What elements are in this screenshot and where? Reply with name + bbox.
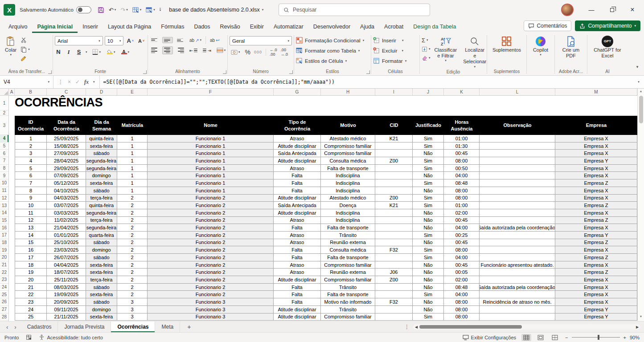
table-cell[interactable]: 26/07/2025 — [47, 254, 86, 261]
merge-center-button[interactable]: ▾ — [215, 47, 227, 54]
table-cell[interactable]: 08:00 — [444, 314, 480, 321]
align-middle-button[interactable] — [162, 37, 173, 44]
table-cell[interactable]: 19 — [15, 269, 47, 276]
create-pdf-button[interactable]: Crie um PDF — [557, 34, 585, 59]
table-cell[interactable]: Sim — [413, 232, 444, 239]
table-cell[interactable]: Falta — [274, 224, 321, 232]
table-cell[interactable]: quinta-feira — [86, 202, 117, 209]
sheet-tab-meta[interactable]: Meta — [155, 322, 180, 332]
ribbon-tab-arquivo[interactable]: Arquivo — [4, 21, 32, 33]
table-cell[interactable]: Reunião externa — [321, 269, 375, 276]
quick-table-format-icon[interactable]: ▾ — [146, 7, 155, 13]
table-cell[interactable]: Saída Antecipada — [274, 202, 321, 209]
table-cell[interactable]: segunda-feira — [86, 157, 117, 165]
table-cell[interactable]: Não — [413, 224, 444, 232]
table-cell[interactable]: Indisciplina — [321, 172, 375, 179]
row-header-28[interactable]: 28 — [0, 314, 8, 321]
table-cell[interactable]: Falta — [274, 246, 321, 254]
table-cell[interactable]: 1 — [117, 187, 148, 195]
autosum-button[interactable]: Σ▾ — [422, 36, 431, 44]
table-cell[interactable]: Compromisso familiar — [321, 276, 375, 284]
table-cell[interactable]: sábado — [86, 150, 117, 157]
table-cell[interactable]: 08:00 — [444, 246, 480, 254]
table-cell[interactable]: Funcionario 2 — [148, 246, 274, 254]
table-cell[interactable]: 18 — [15, 261, 47, 269]
column-header-B[interactable]: B — [15, 89, 47, 95]
table-cell[interactable]: 2 — [117, 224, 148, 232]
table-cell[interactable]: 07/09/2025 — [47, 172, 86, 179]
table-cell[interactable]: Falta — [274, 179, 321, 187]
table-cell[interactable] — [480, 179, 555, 187]
table-cell[interactable] — [375, 224, 413, 232]
row-header-2[interactable]: 2 — [0, 110, 8, 116]
table-cell[interactable] — [480, 232, 555, 239]
table-cell[interactable]: Funcionario 2 — [148, 224, 274, 232]
ribbon-tab-desenvolvedor[interactable]: Desenvolvedor — [308, 21, 355, 33]
table-cell[interactable]: 21/04/2025 — [47, 224, 86, 232]
table-cell[interactable]: 3 — [117, 298, 148, 306]
prev-sheet-icon[interactable]: ‹ — [6, 324, 8, 330]
table-cell[interactable]: Falta — [274, 172, 321, 179]
table-cell[interactable]: 04/04/2025 — [47, 261, 86, 269]
table-cell[interactable]: Falta de transporte — [321, 224, 375, 232]
styles-dialog-launcher[interactable] — [366, 70, 370, 74]
table-cell[interactable]: Indisciplina — [321, 209, 375, 217]
table-cell[interactable] — [480, 142, 555, 150]
cells-area[interactable]: OCORRÊNCIAS ID OcorrênciaData da Ocorrên… — [9, 96, 637, 321]
table-cell[interactable]: Empresa Z — [555, 179, 637, 187]
table-cell[interactable]: Falta — [274, 291, 321, 298]
table-cell[interactable]: terça-feira — [86, 217, 117, 224]
zoom-level[interactable]: 90% — [630, 335, 640, 340]
table-cell[interactable]: Compromisso familiar — [321, 142, 375, 150]
minimize-button[interactable]: — — [582, 2, 600, 17]
table-cell[interactable]: Funcionario 2 — [148, 284, 274, 291]
conditional-formatting-button[interactable]: Formatação Condicional▾ — [296, 36, 364, 45]
page-layout-view-button[interactable] — [536, 334, 546, 341]
table-cell[interactable]: Funcionario 2 — [148, 269, 274, 276]
table-cell[interactable]: Empresa Y — [555, 314, 637, 321]
table-cell[interactable]: 25/10/2025 — [47, 239, 86, 247]
table-cell[interactable]: Saída autorizada pela coordenação. — [480, 284, 555, 291]
table-cell[interactable]: 1 — [117, 150, 148, 157]
row-header-22[interactable]: 22 — [0, 269, 8, 276]
table-cell[interactable]: Indisciplina — [321, 187, 375, 195]
table-cell[interactable]: Sim — [413, 246, 444, 254]
table-cell[interactable]: Indisciplina — [321, 217, 375, 224]
table-cell[interactable] — [480, 291, 555, 298]
display-settings-button[interactable]: Exibir Configurações — [463, 335, 517, 340]
table-cell[interactable]: Funcionario 2 — [148, 261, 274, 269]
table-cell[interactable]: Atitude disciplinar — [274, 157, 321, 165]
table-cell[interactable]: Funcionario 1 — [148, 179, 274, 187]
table-cell[interactable]: Compromisso familiar — [321, 261, 375, 269]
format-as-table-button[interactable]: Formatar como Tabela▾ — [296, 46, 364, 55]
vertical-scrollbar[interactable]: ▲ ▼ — [637, 89, 644, 321]
row-header-17[interactable]: 17 — [0, 232, 8, 239]
table-cell[interactable]: Empresa Z — [555, 269, 637, 276]
row-header-14[interactable]: 14 — [0, 209, 8, 217]
table-cell[interactable]: terça-feira — [86, 276, 117, 284]
table-cell[interactable]: 08:00 — [444, 298, 480, 306]
table-cell[interactable]: J06 — [375, 269, 413, 276]
kebab-icon[interactable]: ⋮ — [404, 324, 410, 330]
row-header-8[interactable]: 8 — [0, 165, 8, 172]
copilot-button[interactable]: Copilot ▾ — [531, 34, 550, 57]
table-cell[interactable]: 8 — [15, 187, 47, 195]
table-cell[interactable]: 08:00 — [444, 195, 480, 202]
table-cell[interactable]: 00:05 — [444, 269, 480, 276]
table-cell[interactable]: Atitude disciplinar — [274, 306, 321, 314]
table-cell[interactable]: Consulta médica — [321, 157, 375, 165]
table-cell[interactable]: Empresa Z — [555, 217, 637, 224]
row-header-13[interactable]: 13 — [0, 202, 8, 209]
table-cell[interactable]: Funcionario 2 — [148, 291, 274, 298]
table-cell[interactable]: Empresa X — [555, 150, 637, 157]
ribbon-tab-layout-da-pagina[interactable]: Layout da Página — [103, 21, 156, 33]
fill-button[interactable]: ▾ — [422, 45, 431, 53]
ribbon-tab-acrobat[interactable]: Acrobat — [379, 21, 408, 33]
table-cell[interactable]: Não — [413, 261, 444, 269]
table-cell[interactable]: Funcionario 2 — [148, 276, 274, 284]
table-cell[interactable]: 08:00 — [444, 187, 480, 195]
share-button[interactable]: Compartilhamento ▾ — [575, 20, 640, 31]
scroll-right-icon[interactable]: ▶ — [634, 325, 640, 329]
table-cell[interactable] — [375, 142, 413, 150]
table-cell[interactable]: 08:00 — [444, 306, 480, 314]
